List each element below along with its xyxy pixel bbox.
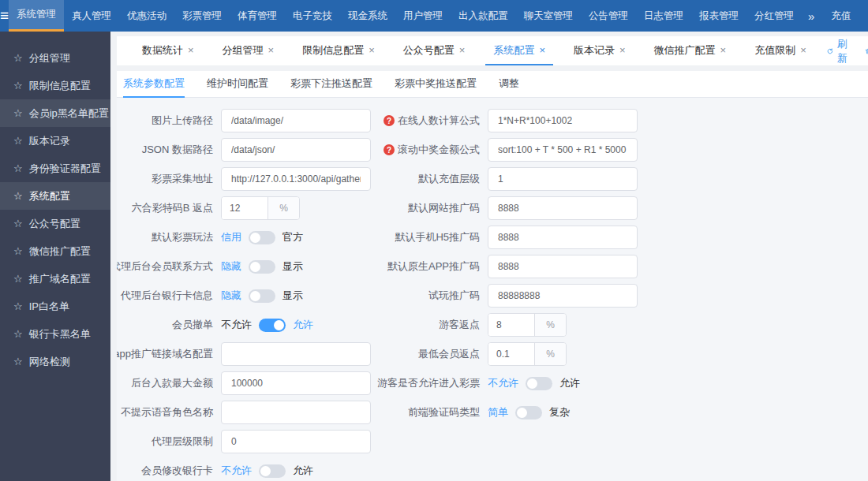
default-h5-promo-code-input[interactable] [488,226,638,249]
tab-version-record[interactable]: 版本记录× [566,36,634,65]
tab-system-config[interactable]: 系统配置× [485,36,553,65]
tab-label: 分组管理 [223,43,264,58]
close-icon[interactable]: × [800,44,806,56]
default-site-promo-code-input[interactable] [488,196,638,220]
field-label: 后台入款最大金额 [117,376,221,390]
nav-item-lottery-management[interactable]: 彩票管理 [174,0,230,32]
sidebar-item-ip-whitelist[interactable]: ☆IP白名单 [0,293,110,320]
nav-recharge[interactable]: 充值 [821,9,861,23]
default-recharge-level-input[interactable] [488,167,638,191]
tab-official-account-config[interactable]: 公众号配置× [395,36,473,65]
close-icon[interactable]: × [619,44,626,56]
nav-withdraw[interactable]: 提现 [861,9,868,23]
lottery-collect-url-input[interactable] [221,167,371,191]
tab-data-stats[interactable]: 数据统计× [134,36,202,65]
help-icon[interactable]: ? [383,115,395,126]
form-right-column: ?在线人数计算公式 ?滚动中奖金额公式 默认充值层级 默认网站推广码 默认手机H… [387,109,868,481]
subtab-bet-push-config[interactable]: 彩票下注推送配置 [290,71,372,98]
help-icon[interactable]: ? [383,144,395,155]
nav-item-log-management[interactable]: 日志管理 [636,0,691,32]
form-row: 默认充值层级 [387,167,868,191]
toggle-off-label: 不允许 [488,376,518,390]
field-label: 默认充值层级 [387,172,488,186]
close-icon[interactable]: × [459,44,466,56]
nav-item-deposit-withdraw-config[interactable]: 出入款配置 [451,0,516,32]
close-icon[interactable]: × [188,44,194,56]
guest-rebate-input[interactable] [488,314,534,336]
field-label: 代理层级限制 [117,434,221,449]
nav-item-system-management[interactable]: 系统管理 [9,0,64,32]
default-app-promo-code-input[interactable] [488,255,638,278]
nav-item-announcement-management[interactable]: 公告管理 [581,0,636,32]
sidebar-item-official-account-config[interactable]: ☆公众号配置 [0,210,110,237]
tab-wechat-promo-config[interactable]: 微信推广配置× [646,36,735,65]
json-data-path-input[interactable] [221,138,371,162]
sidebar-item-wechat-promo-config[interactable]: ☆微信推广配置 [0,237,110,265]
nav-overflow-chevrons-icon[interactable]: » [802,0,821,32]
sidebar-item-authenticator-config[interactable]: ☆身份验证器配置 [0,155,110,182]
sidebar-item-restriction-info-config[interactable]: ☆限制信息配置 [0,72,110,99]
lhc-b-rebate-input[interactable] [222,197,268,219]
subtab-win-push-config[interactable]: 彩票中奖推送配置 [395,71,477,98]
agent-level-limit-input[interactable] [221,430,371,453]
subtab-adjust[interactable]: 调整 [499,71,519,98]
nav-item-sports-management[interactable]: 体育管理 [230,0,285,32]
guest-enter-lottery-toggle[interactable] [526,377,552,390]
clean-button[interactable]: 清理 [865,37,868,65]
close-icon[interactable]: × [268,44,275,56]
subtab-system-params[interactable]: 系统参数配置 [123,71,185,98]
tab-label: 充值限制 [754,43,795,58]
trial-promo-code-input[interactable] [488,284,638,308]
main-content: 数据统计× 分组管理× 限制信息配置× 公众号配置× 系统配置× 版本记录× 微… [110,32,868,481]
star-icon: ☆ [13,80,23,91]
tab-group-management[interactable]: 分组管理× [215,36,282,65]
captcha-type-toggle[interactable] [515,406,542,419]
subtab-maintenance-time[interactable]: 维护时间配置 [207,71,268,98]
rolling-prize-formula-input[interactable] [488,138,638,162]
member-cancel-order-toggle[interactable] [259,319,286,332]
hamburger-menu-icon[interactable]: ≡ [0,0,9,32]
nav-item-esports[interactable]: 电子竞技 [285,0,340,32]
nav-item-live-management[interactable]: 真人管理 [64,0,119,32]
min-member-rebate-input[interactable] [488,343,534,365]
image-upload-path-input[interactable] [221,109,371,132]
member-modify-bankcard-toggle[interactable] [259,464,286,478]
toggle-off-label: 简单 [488,405,508,419]
sub-tabs-bar: 系统参数配置 维护时间配置 彩票下注推送配置 彩票中奖推送配置 调整 [117,71,868,98]
trash-icon [865,47,868,56]
max-backend-deposit-input[interactable] [221,371,371,395]
field-label: 图片上传路径 [117,114,221,128]
sidebar-item-version-record[interactable]: ☆版本记录 [0,127,110,155]
sidebar-item-label: 公众号配置 [29,217,80,231]
nav-item-chatroom-management[interactable]: 聊天室管理 [516,0,582,32]
default-play-mode-toggle[interactable] [249,231,275,244]
sidebar-item-member-ip-blacklist-config[interactable]: ☆会员ip黑名单配置 [0,99,110,127]
tab-recharge-limit[interactable]: 充值限制× [746,36,814,65]
sidebar-item-system-config[interactable]: ☆系统配置 [0,182,110,210]
refresh-button[interactable]: 刷新 [827,37,851,65]
percent-unit: % [534,343,566,365]
open-tabs-bar: 数据统计× 分组管理× 限制信息配置× 公众号配置× 系统配置× 版本记录× 微… [117,36,868,66]
close-icon[interactable]: × [369,44,375,56]
close-icon[interactable]: × [720,44,727,56]
tab-restriction-info-config[interactable]: 限制信息配置× [294,36,383,65]
nav-item-dividend-management[interactable]: 分红管理 [746,0,802,32]
agent-bankcard-info-toggle[interactable] [249,289,275,303]
sidebar-item-group-management[interactable]: ☆分组管理 [0,44,110,72]
nav-item-cash-system[interactable]: 现金系统 [340,0,395,32]
form-row: 默认网站推广码 [387,196,868,220]
no-voice-role-name-input[interactable] [221,401,371,424]
sidebar-item-bankcard-blacklist[interactable]: ☆银行卡黑名单 [0,320,110,348]
nav-item-promo-activity[interactable]: 优惠活动 [119,0,174,32]
field-label-text: 滚动中奖金额公式 [398,143,480,157]
nav-item-report-management[interactable]: 报表管理 [691,0,746,32]
close-icon[interactable]: × [539,44,545,56]
system-params-form: 图片上传路径 JSON 数据路径 彩票采集地址 六合彩特码B 返点 % 默认彩票… [117,98,868,481]
online-count-formula-input[interactable] [488,109,638,132]
agent-member-contact-toggle[interactable] [249,260,275,274]
app-promo-domain-input[interactable] [221,342,371,366]
sidebar-item-promo-domain-config[interactable]: ☆推广域名配置 [0,265,110,293]
sidebar-item-network-check[interactable]: ☆网络检测 [0,348,110,375]
form-row: 六合彩特码B 返点 % [117,196,387,220]
nav-item-user-management[interactable]: 用户管理 [395,0,451,32]
